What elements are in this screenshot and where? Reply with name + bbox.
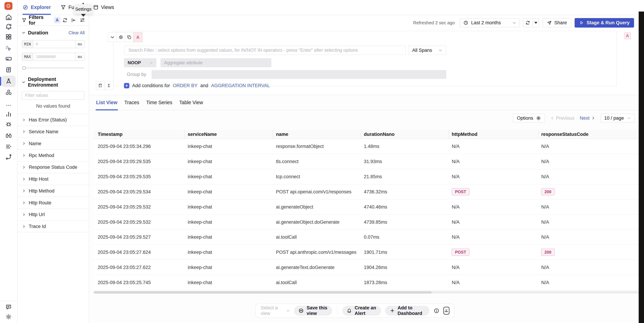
previous-page-button[interactable]: Previous bbox=[550, 115, 574, 121]
query-a-side-badge[interactable]: A bbox=[624, 32, 631, 39]
clear-all-link[interactable]: Clear All bbox=[68, 30, 84, 35]
chevron-down-icon[interactable] bbox=[22, 31, 25, 34]
cell-service: inkeep-chat bbox=[185, 204, 273, 210]
filter-category-item[interactable]: Http Url bbox=[17, 209, 89, 221]
filter-category-item[interactable]: Trace Id bbox=[17, 221, 89, 232]
col-timestamp[interactable]: Timestamp bbox=[94, 130, 185, 138]
span-row[interactable]: 2025-09-04 23:05:25.745 inkeep-chat ai.t… bbox=[94, 275, 639, 290]
home-icon[interactable] bbox=[0, 14, 17, 20]
explorer-binoculars-icon[interactable] bbox=[0, 132, 17, 139]
options-button[interactable]: Options bbox=[513, 114, 545, 122]
create-alert-button[interactable]: Create an Alert bbox=[342, 306, 381, 316]
refresh-icon[interactable] bbox=[523, 18, 532, 27]
filter-category-item[interactable]: Service Name bbox=[17, 126, 89, 138]
plus-icon[interactable]: + bbox=[124, 83, 129, 88]
scrollbar-thumb[interactable] bbox=[94, 291, 432, 294]
add-to-dashboard-button[interactable]: Add to Dashboard bbox=[385, 306, 430, 316]
col-responsestatuscode[interactable]: responseStatusCode bbox=[538, 130, 639, 138]
infrastructure-server-icon[interactable] bbox=[0, 56, 17, 62]
span-row[interactable]: 2025-09-04 23:05:34.296 inkeep-chat resp… bbox=[94, 139, 639, 154]
services-cubes-icon[interactable] bbox=[0, 89, 17, 96]
span-scope-dropdown[interactable]: All Spans bbox=[408, 46, 446, 55]
duration-slider[interactable] bbox=[22, 66, 84, 70]
page-size-dropdown[interactable]: 10 / page bbox=[600, 114, 634, 122]
aggregate-attribute-input[interactable]: Aggregate attribute bbox=[160, 58, 272, 67]
tab-explorer[interactable]: Explorer bbox=[22, 0, 51, 15]
col-durationnano[interactable]: durationNano bbox=[361, 130, 449, 138]
cell-name: ai.toolCall bbox=[273, 234, 361, 240]
tab-traces[interactable]: Traces bbox=[124, 95, 140, 110]
duration-max-input[interactable] bbox=[33, 53, 76, 60]
refresh-options-caret[interactable] bbox=[533, 18, 539, 27]
signoz-logo-icon[interactable] bbox=[4, 2, 12, 10]
pipelines-list-icon[interactable] bbox=[0, 143, 17, 150]
filter-category-item[interactable]: Http Host bbox=[17, 174, 89, 185]
span-row[interactable]: 2025-09-04 23:05:27.622 inkeep-chat ai.g… bbox=[94, 260, 639, 275]
filter-settings-sliders-icon[interactable] bbox=[80, 18, 85, 23]
span-row[interactable]: 2025-09-04 23:05:29.532 inkeep-chat ai.g… bbox=[94, 200, 639, 215]
visibility-icon[interactable] bbox=[116, 32, 125, 42]
alerts-bell-icon[interactable] bbox=[0, 24, 17, 30]
copy-query-icon[interactable] bbox=[125, 32, 134, 42]
filter-category-item[interactable]: Http Method bbox=[17, 185, 89, 197]
filter-category-label: Http Url bbox=[29, 212, 45, 217]
span-row[interactable]: 2025-09-04 23:05:27.624 inkeep-chat POST… bbox=[94, 245, 639, 260]
group-by-input[interactable] bbox=[152, 70, 446, 79]
save-view-button[interactable]: Save this view bbox=[294, 306, 332, 316]
filter-values-input[interactable] bbox=[22, 91, 84, 100]
span-row[interactable]: 2025-09-04 23:05:29.527 inkeep-chat ai.t… bbox=[94, 230, 639, 245]
aggregate-operator-dropdown[interactable]: NOOP bbox=[124, 58, 156, 67]
more-ellipsis-icon[interactable] bbox=[0, 102, 17, 108]
exceptions-bug-icon[interactable] bbox=[0, 121, 17, 127]
share-button[interactable]: Share bbox=[542, 18, 571, 27]
col-name[interactable]: name bbox=[273, 130, 361, 138]
filter-category-item[interactable]: Has Error (Status) bbox=[17, 114, 89, 126]
tab-table-view[interactable]: Table View bbox=[179, 95, 204, 110]
add-query-db-icon[interactable] bbox=[96, 81, 105, 90]
traces-compass-icon[interactable] bbox=[0, 78, 17, 84]
aggregation-interval-link[interactable]: AGGREGATION INTERVAL bbox=[211, 83, 270, 88]
events-cursor-icon[interactable] bbox=[0, 45, 17, 52]
sync-icon[interactable] bbox=[62, 18, 68, 23]
dashboards-grid-icon[interactable] bbox=[0, 34, 17, 40]
collapse-query-icon[interactable] bbox=[108, 32, 117, 42]
col-servicename[interactable]: serviceName bbox=[185, 130, 273, 138]
chevron-down-icon[interactable] bbox=[22, 80, 25, 84]
logs-scroll-icon[interactable] bbox=[0, 66, 17, 73]
duration-min-input[interactable] bbox=[33, 40, 76, 48]
shortcuts-panel-icon[interactable] bbox=[444, 307, 449, 314]
order-by-link[interactable]: ORDER BY bbox=[173, 83, 198, 88]
right-edge-scroll-strip[interactable] bbox=[639, 12, 644, 323]
col-httpmethod[interactable]: httpMethod bbox=[449, 130, 538, 138]
tab-views[interactable]: Views bbox=[93, 0, 114, 15]
span-row[interactable]: 2025-09-04 23:05:29.532 inkeep-chat ai.g… bbox=[94, 215, 639, 230]
collapse-panel-icon[interactable] bbox=[71, 18, 76, 23]
span-row[interactable]: 2025-09-04 23:05:29.535 inkeep-chat tcp.… bbox=[94, 169, 639, 184]
query-a-toggle[interactable]: A bbox=[134, 32, 142, 42]
select-view-dropdown[interactable]: Select a view bbox=[261, 305, 290, 316]
slider-handle[interactable] bbox=[22, 66, 26, 70]
tab-list-view[interactable]: List View bbox=[96, 95, 118, 110]
next-page-button[interactable]: Next bbox=[580, 115, 595, 121]
stage-run-query-button[interactable]: Stage & Run Query bbox=[574, 18, 634, 28]
info-icon[interactable] bbox=[434, 308, 439, 314]
settings-gear-icon[interactable] bbox=[0, 314, 17, 320]
service-map-route-icon[interactable] bbox=[0, 154, 17, 160]
chevron-right-icon bbox=[22, 166, 26, 169]
filter-category-item[interactable]: Response Status Code bbox=[17, 162, 89, 174]
span-row[interactable]: 2025-09-04 23:05:29.534 inkeep-chat POST… bbox=[94, 184, 639, 200]
filter-category-item[interactable]: Rpc Method bbox=[17, 150, 89, 162]
filter-category-item[interactable]: Name bbox=[17, 138, 89, 150]
tab-time-series[interactable]: Time Series bbox=[146, 95, 173, 110]
span-row[interactable]: 2025-09-04 23:05:29.535 inkeep-chat tls.… bbox=[94, 154, 639, 169]
metrics-chart-icon[interactable] bbox=[0, 111, 17, 118]
support-chat-icon[interactable] bbox=[0, 304, 17, 310]
cell-name: tcp.connect bbox=[273, 174, 361, 180]
horizontal-scrollbar[interactable] bbox=[94, 291, 639, 294]
tab-views-label: Views bbox=[101, 4, 114, 10]
time-range-dropdown[interactable]: Last 2 months bbox=[460, 18, 520, 27]
add-formula-sigma-icon[interactable]: Σ bbox=[104, 81, 114, 90]
search-filter-input[interactable] bbox=[124, 46, 406, 55]
filter-category-item[interactable]: Http Route bbox=[17, 197, 89, 209]
query-a-badge[interactable]: A bbox=[54, 17, 60, 24]
